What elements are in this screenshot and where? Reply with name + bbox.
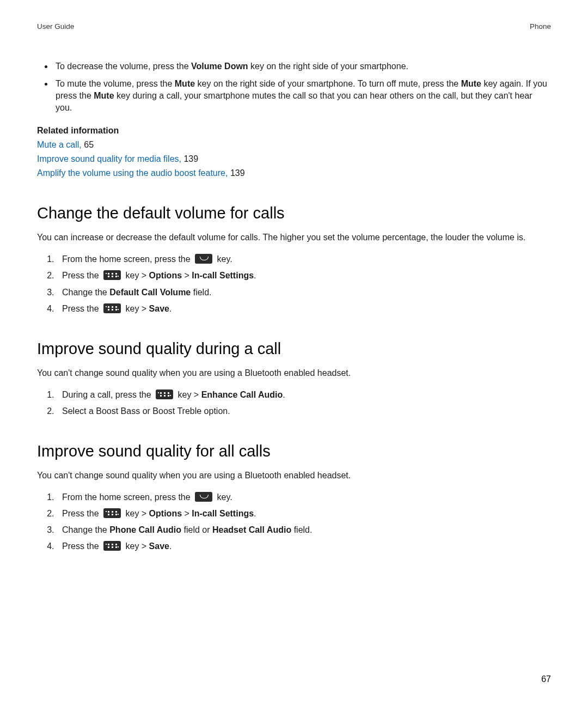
top-bullet-list: To decrease the volume, press the Volume… bbox=[37, 60, 551, 114]
related-link[interactable]: Mute a call, bbox=[37, 140, 82, 149]
text-run: . bbox=[283, 390, 285, 399]
section-1-steps: From the home screen, press the key.Pres… bbox=[37, 253, 551, 314]
text-run: Volume Down bbox=[191, 62, 248, 71]
text-run: key > bbox=[123, 304, 149, 313]
menu-key-icon bbox=[103, 303, 121, 313]
text-run: Options bbox=[149, 271, 182, 280]
section-2-title: Improve sound quality during a call bbox=[37, 338, 551, 360]
text-run: To mute the volume, press the bbox=[56, 79, 175, 88]
text-run: . bbox=[254, 509, 256, 518]
header-right: Phone bbox=[530, 22, 551, 32]
list-item: Press the key > Options > In-call Settin… bbox=[57, 508, 551, 520]
list-item: To decrease the volume, press the Volume… bbox=[53, 60, 551, 72]
text-run: field. bbox=[191, 288, 211, 297]
related-page: 65 bbox=[82, 140, 94, 149]
list-item: Press the key > Options > In-call Settin… bbox=[57, 270, 551, 282]
text-run: Save bbox=[149, 541, 169, 551]
list-item: From the home screen, press the key. bbox=[57, 253, 551, 265]
text-run: . bbox=[169, 541, 171, 551]
text-run: field. bbox=[291, 525, 312, 534]
section-1-intro: You can increase or decrease the default… bbox=[37, 232, 551, 244]
text-run: Press the bbox=[62, 541, 101, 551]
text-run: key during a call, your smartphone mutes… bbox=[56, 91, 532, 112]
menu-key-icon bbox=[156, 389, 173, 399]
section-3-steps: From the home screen, press the key.Pres… bbox=[37, 491, 551, 552]
text-run: Press the bbox=[62, 304, 101, 313]
text-run: Mute bbox=[461, 79, 481, 88]
related-page: 139 bbox=[228, 168, 244, 178]
text-run: To decrease the volume, press the bbox=[56, 62, 191, 71]
phone-key-icon bbox=[195, 492, 212, 502]
related-link[interactable]: Improve sound quality for media files, bbox=[37, 154, 181, 163]
text-run: Default Call Volume bbox=[109, 288, 191, 297]
text-run: During a call, press the bbox=[62, 390, 154, 399]
text-run: From the home screen, press the bbox=[62, 492, 193, 502]
text-run: key. bbox=[215, 254, 232, 264]
menu-key-icon bbox=[103, 508, 121, 518]
list-item: Select a Boost Bass or Boost Treble opti… bbox=[57, 405, 551, 417]
text-run: Save bbox=[149, 304, 169, 313]
related-links: Mute a call, 65Improve sound quality for… bbox=[37, 139, 551, 179]
text-run: From the home screen, press the bbox=[62, 254, 193, 264]
list-item: From the home screen, press the key. bbox=[57, 491, 551, 503]
section-3-title: Improve sound quality for all calls bbox=[37, 440, 551, 462]
section-3-intro: You can't change sound quality when you … bbox=[37, 470, 551, 482]
list-item: During a call, press the key > Enhance C… bbox=[57, 389, 551, 401]
text-run: Options bbox=[149, 509, 182, 518]
related-link[interactable]: Amplify the volume using the audio boost… bbox=[37, 168, 228, 178]
text-run: . bbox=[254, 271, 256, 280]
text-run: key > bbox=[175, 390, 201, 399]
text-run: > bbox=[182, 509, 192, 518]
list-item: Press the key > Save. bbox=[57, 540, 551, 552]
text-run: Change the bbox=[62, 288, 109, 297]
text-run: > bbox=[182, 271, 192, 280]
page-number: 67 bbox=[541, 673, 551, 685]
section-2-intro: You can't change sound quality when you … bbox=[37, 367, 551, 379]
related-heading: Related information bbox=[37, 125, 551, 137]
text-run: Phone Call Audio bbox=[109, 525, 181, 534]
text-run: Mute bbox=[175, 79, 195, 88]
page: User Guide Phone To decrease the volume,… bbox=[0, 0, 588, 706]
list-item: To mute the volume, press the Mute key o… bbox=[53, 78, 551, 114]
menu-key-icon bbox=[103, 541, 121, 551]
section-2-steps: During a call, press the key > Enhance C… bbox=[37, 389, 551, 417]
text-run: In-call Settings bbox=[192, 509, 254, 518]
text-run: field or bbox=[181, 525, 212, 534]
header-left: User Guide bbox=[37, 22, 74, 32]
related-info: Related information Mute a call, 65Impro… bbox=[37, 125, 551, 179]
text-run: In-call Settings bbox=[192, 271, 254, 280]
list-item: Change the Phone Call Audio field or Hea… bbox=[57, 524, 551, 536]
text-run: Enhance Call Audio bbox=[201, 390, 283, 399]
text-run: Press the bbox=[62, 271, 101, 280]
related-line: Improve sound quality for media files, 1… bbox=[37, 153, 551, 165]
text-run: key > bbox=[123, 541, 149, 551]
text-run: . bbox=[169, 304, 171, 313]
text-run: Press the bbox=[62, 509, 101, 518]
menu-key-icon bbox=[103, 270, 121, 280]
text-run: key on the right side of your smartphone… bbox=[195, 79, 461, 88]
related-page: 139 bbox=[181, 154, 198, 163]
text-run: Headset Call Audio bbox=[212, 525, 291, 534]
related-line: Amplify the volume using the audio boost… bbox=[37, 167, 551, 179]
text-run: key. bbox=[215, 492, 232, 502]
section-1-title: Change the default volume for calls bbox=[37, 202, 551, 224]
text-run: key > bbox=[123, 271, 149, 280]
text-run: Change the bbox=[62, 525, 109, 534]
text-run: Mute bbox=[94, 91, 114, 100]
related-line: Mute a call, 65 bbox=[37, 139, 551, 151]
text-run: Select a Boost Bass or Boost Treble opti… bbox=[62, 406, 230, 416]
phone-key-icon bbox=[195, 254, 212, 264]
list-item: Change the Default Call Volume field. bbox=[57, 287, 551, 299]
list-item: Press the key > Save. bbox=[57, 303, 551, 315]
page-header: User Guide Phone bbox=[37, 22, 551, 32]
text-run: key > bbox=[123, 509, 149, 518]
text-run: key on the right side of your smartphone… bbox=[248, 62, 408, 71]
